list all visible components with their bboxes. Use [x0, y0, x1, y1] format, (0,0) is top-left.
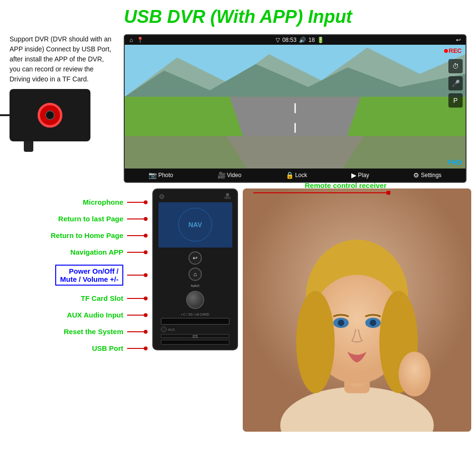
top-unit-area: MIG [157, 193, 233, 199]
dvr-statusbar-center: ▽ 08:53 🔊 18 🔋 [276, 37, 324, 43]
reset-button[interactable] [193, 335, 198, 338]
microphone-text: Microphone [83, 198, 123, 206]
volume-knob-area [186, 291, 204, 309]
description-text: Support DVR (DVR should with an APP insi… [10, 34, 114, 84]
aux-label-small: AUX [168, 328, 175, 331]
photo-icon: 📷 [149, 171, 157, 179]
camera-mount [24, 141, 33, 152]
back-button[interactable]: ↩ [188, 251, 202, 265]
settings-label: Settings [421, 172, 441, 178]
lock-icon: 🔒 [286, 171, 294, 179]
battery-level: 18 [308, 37, 315, 43]
label-return-home: Return to Home Page [5, 231, 148, 239]
aux-area: AUX [161, 327, 229, 332]
ir-receiver [159, 194, 164, 199]
page-title: USB DVR (With APP) Input [0, 0, 476, 32]
nav-app-dot [144, 250, 148, 254]
lock-btn[interactable]: 🔒 Lock [286, 171, 307, 179]
car-unit-container: Remote control receiver MIG [152, 188, 238, 432]
dvr-side-icons: ⏱ 🎤 P [448, 59, 463, 108]
aux-text: AUX Audio Input [67, 311, 123, 319]
settings-icon: ⚙ [413, 171, 419, 179]
svg-point-22 [338, 319, 344, 326]
reset-text: Reset the System [64, 327, 123, 336]
dvr-screen-wrapper: ⌂ 📍 ▽ 08:53 🔊 18 🔋 ↩ [124, 34, 466, 183]
usb-dot [144, 347, 148, 350]
timer-icon: ⏱ [448, 59, 463, 73]
return-home-line [127, 235, 144, 236]
label-power: Power On/Off /Mute / Volume +/- [5, 265, 148, 286]
labels-left: Microphone Return to last Page Return to… [5, 188, 148, 432]
mountain-svg [125, 45, 466, 169]
svg-text:NAV: NAV [188, 221, 202, 228]
label-aux: AUX Audio Input [5, 311, 148, 319]
top-left: Support DVR (DVR should with an APP insi… [10, 34, 114, 183]
time-display: 08:53 [282, 37, 297, 43]
play-label: Play [358, 172, 369, 178]
svg-point-18 [296, 291, 335, 393]
reset-dot [144, 330, 148, 334]
tf-card-dot [144, 297, 148, 300]
camera-device [10, 89, 90, 141]
power-text: Power On/Off /Mute / Volume +/- [55, 265, 123, 286]
slot-area: • C / 3G / ull CARD AUX [157, 312, 233, 346]
remote-dot [387, 191, 390, 195]
bottom-section: Microphone Return to last Page Return to… [0, 188, 476, 432]
label-usb: USB Port [5, 344, 148, 352]
dvr-statusbar-left: ⌂ 📍 [129, 37, 144, 43]
video-icon: 🎥 [218, 171, 226, 179]
dvr-toolbar: 📷 Photo 🎥 Video 🔒 Lock ▶ Play ⚙ Set [125, 169, 466, 182]
card-label-small: • C / 3G / ull CARD [161, 313, 229, 316]
volume-icon: 🔊 [299, 37, 306, 43]
back-icon: ↩ [456, 37, 461, 43]
rec-dot [444, 49, 448, 53]
fhd-label: FHD [448, 159, 462, 166]
return-home-text: Return to Home Page [50, 231, 123, 239]
microphone-line [127, 202, 144, 203]
volume-knob[interactable] [186, 291, 204, 309]
reset-btn-area [161, 334, 229, 338]
battery-icon: 🔋 [317, 37, 324, 43]
play-btn[interactable]: ▶ Play [351, 171, 369, 179]
video-label: Video [227, 172, 241, 178]
tf-card-line [127, 298, 144, 299]
usb-port [161, 340, 229, 345]
dvr-screen: ⌂ 📍 ▽ 08:53 🔊 18 🔋 ↩ [124, 34, 466, 183]
rec-label: REC [449, 47, 462, 54]
power-line [127, 275, 144, 276]
return-home-dot [144, 234, 148, 238]
photo-btn[interactable]: 📷 Photo [149, 171, 173, 179]
power-dot [144, 273, 148, 277]
svg-point-24 [398, 352, 430, 397]
top-section: Support DVR (DVR should with an APP insi… [0, 34, 476, 183]
woman-photo-area [243, 188, 471, 432]
return-last-line [127, 218, 144, 219]
camera-lens-inner [45, 110, 55, 120]
aux-line [127, 315, 144, 316]
label-tf-card: TF Card Slot [5, 294, 148, 302]
tf-card-text: TF Card Slot [81, 294, 123, 302]
microphone-dot [144, 200, 148, 204]
tf-card-slot [161, 318, 229, 325]
photo-label: Photo [158, 172, 173, 178]
aux-port [161, 327, 167, 332]
camera-cable [0, 114, 10, 116]
back-btn-row: ↩ [188, 251, 202, 265]
remote-receiver-label-area: Remote control receiver [305, 181, 390, 189]
remote-line-area [253, 191, 390, 195]
car-screen: NAV [159, 202, 232, 248]
video-btn[interactable]: 🎥 Video [218, 171, 241, 179]
nav-app-text: Navigation APP [70, 248, 123, 256]
rec-badge: REC [444, 47, 462, 54]
home-button[interactable]: ⌂ [188, 268, 202, 281]
car-screen-content: NAV [159, 202, 232, 248]
settings-btn[interactable]: ⚙ Settings [413, 171, 441, 179]
parking-icon: P [448, 93, 463, 108]
dvr-video-area: REC ⏱ 🎤 P FHD [125, 45, 466, 169]
nav-app-line [127, 252, 144, 253]
mig-area: MIG [225, 193, 231, 199]
wifi-icon: ▽ [276, 37, 280, 43]
return-last-dot [144, 217, 148, 221]
reset-line [127, 331, 144, 332]
label-return-last: Return to last Page [5, 215, 148, 223]
